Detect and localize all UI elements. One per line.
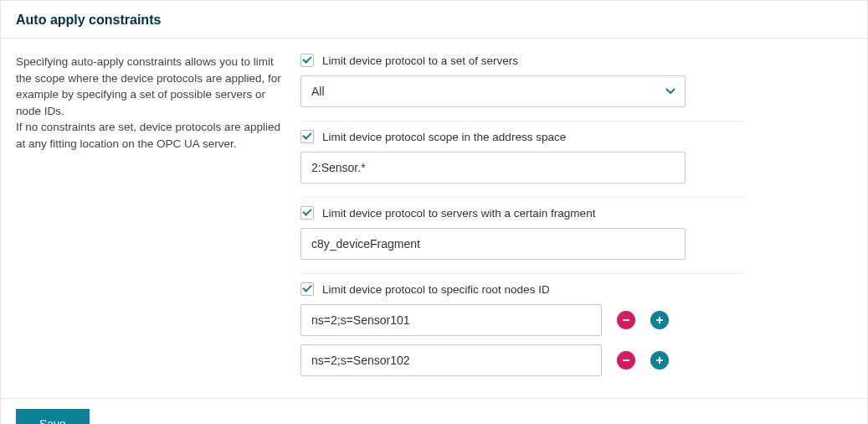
limit-servers-section: Limit device protocol to a set of server…	[300, 54, 745, 122]
limit-fragment-section: Limit device protocol to servers with a …	[300, 198, 745, 274]
root-node-row	[300, 344, 745, 376]
minus-icon	[622, 316, 630, 324]
panel-header: Auto apply constraints	[1, 1, 867, 39]
svg-rect-2	[656, 319, 663, 321]
limit-fragment-label: Limit device protocol to servers with a …	[322, 207, 595, 220]
limit-scope-section: Limit device protocol scope in the addre…	[300, 122, 745, 198]
limit-root-nodes-label: Limit device protocol to specific root n…	[322, 283, 550, 296]
limit-servers-checkbox[interactable]	[300, 54, 314, 67]
limit-fragment-check-row: Limit device protocol to servers with a …	[300, 206, 745, 220]
svg-rect-5	[656, 359, 663, 361]
description-column: Specifying auto-apply constraints allows…	[16, 54, 300, 398]
panel-title: Auto apply constraints	[16, 13, 852, 28]
description-para-1: Specifying auto-apply constraints allows…	[16, 54, 287, 119]
limit-root-nodes-checkbox[interactable]	[300, 282, 314, 296]
add-node-button[interactable]	[650, 311, 669, 329]
root-node-input[interactable]	[300, 304, 602, 336]
plus-icon	[655, 316, 664, 324]
plus-icon	[655, 356, 664, 365]
auto-apply-constraints-panel: Auto apply constraints Specifying auto-a…	[0, 0, 868, 424]
limit-scope-check-row: Limit device protocol scope in the addre…	[300, 130, 745, 143]
form-column: Limit device protocol to a set of server…	[300, 54, 852, 398]
save-button[interactable]: Save	[16, 409, 90, 424]
minus-icon	[622, 356, 630, 365]
limit-servers-label: Limit device protocol to a set of server…	[322, 54, 518, 67]
panel-body: Specifying auto-apply constraints allows…	[1, 39, 867, 398]
servers-select-wrap: All	[300, 75, 686, 107]
scope-input[interactable]	[300, 152, 686, 184]
description-para-2: If no constraints are set, device protoc…	[16, 119, 287, 152]
root-node-input[interactable]	[300, 344, 602, 376]
add-node-button[interactable]	[650, 351, 669, 370]
fragment-input[interactable]	[300, 228, 686, 260]
limit-fragment-checkbox[interactable]	[300, 206, 314, 220]
limit-scope-checkbox[interactable]	[300, 130, 314, 143]
remove-node-button[interactable]	[617, 351, 635, 370]
limit-root-nodes-check-row: Limit device protocol to specific root n…	[300, 282, 745, 296]
panel-footer: Save	[1, 398, 867, 424]
limit-root-nodes-section: Limit device protocol to specific root n…	[300, 274, 745, 398]
svg-rect-3	[623, 359, 629, 361]
svg-rect-0	[623, 319, 629, 321]
limit-servers-check-row: Limit device protocol to a set of server…	[300, 54, 745, 67]
limit-scope-label: Limit device protocol scope in the addre…	[322, 131, 566, 143]
servers-select[interactable]: All	[300, 75, 686, 107]
remove-node-button[interactable]	[617, 311, 635, 329]
root-node-row	[300, 304, 745, 336]
